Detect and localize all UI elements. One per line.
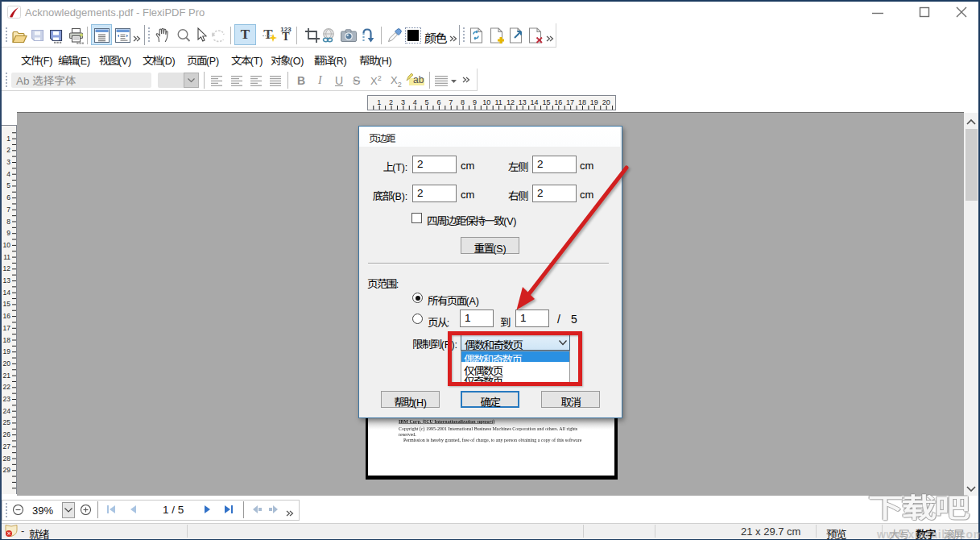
svg-text:7: 7 bbox=[449, 98, 453, 106]
svg-text:6: 6 bbox=[436, 98, 440, 106]
svg-text:9: 9 bbox=[473, 98, 477, 106]
svg-text:4: 4 bbox=[6, 170, 10, 178]
svg-text:27: 27 bbox=[3, 442, 11, 451]
svg-text:6: 6 bbox=[6, 193, 10, 201]
svg-text:17: 17 bbox=[3, 324, 11, 332]
svg-text:16: 16 bbox=[554, 98, 562, 106]
svg-text:1: 1 bbox=[6, 135, 10, 143]
svg-text:7: 7 bbox=[6, 206, 10, 214]
svg-text:12: 12 bbox=[3, 264, 11, 272]
svg-text:21: 21 bbox=[3, 372, 11, 380]
svg-text:10: 10 bbox=[482, 98, 490, 106]
svg-text:20: 20 bbox=[602, 98, 610, 106]
svg-text:17: 17 bbox=[566, 98, 574, 106]
svg-text:5: 5 bbox=[425, 98, 429, 106]
svg-text:2: 2 bbox=[389, 98, 393, 106]
svg-text:24: 24 bbox=[3, 407, 11, 415]
svg-text:3: 3 bbox=[401, 98, 405, 106]
svg-text:25: 25 bbox=[3, 418, 11, 426]
svg-text:11: 11 bbox=[3, 253, 10, 261]
svg-text:3: 3 bbox=[6, 158, 10, 166]
svg-text:8: 8 bbox=[461, 98, 465, 106]
svg-text:26: 26 bbox=[3, 430, 11, 438]
svg-text:20: 20 bbox=[3, 359, 11, 368]
svg-text:18: 18 bbox=[578, 98, 586, 106]
svg-text:2: 2 bbox=[6, 146, 10, 154]
svg-text:14: 14 bbox=[3, 289, 11, 297]
svg-text:15: 15 bbox=[542, 98, 550, 106]
svg-text:1: 1 bbox=[377, 98, 381, 106]
svg-text:23: 23 bbox=[3, 395, 11, 403]
svg-text:19: 19 bbox=[590, 98, 598, 106]
svg-text:18: 18 bbox=[3, 336, 11, 344]
svg-text:15: 15 bbox=[3, 300, 11, 308]
svg-text:29: 29 bbox=[3, 466, 11, 474]
svg-text:13: 13 bbox=[519, 98, 527, 106]
svg-text:9: 9 bbox=[6, 229, 10, 237]
svg-text:13: 13 bbox=[3, 276, 11, 285]
svg-text:12: 12 bbox=[507, 98, 515, 106]
svg-text:19: 19 bbox=[3, 347, 11, 355]
svg-text:8: 8 bbox=[6, 218, 10, 226]
svg-text:4: 4 bbox=[413, 98, 417, 106]
svg-text:5: 5 bbox=[6, 181, 10, 189]
svg-text:28: 28 bbox=[3, 455, 11, 463]
svg-text:10: 10 bbox=[3, 241, 11, 249]
svg-text:11: 11 bbox=[494, 98, 502, 106]
svg-text:16: 16 bbox=[3, 312, 11, 320]
svg-text:14: 14 bbox=[531, 98, 539, 106]
svg-text:22: 22 bbox=[3, 383, 11, 391]
